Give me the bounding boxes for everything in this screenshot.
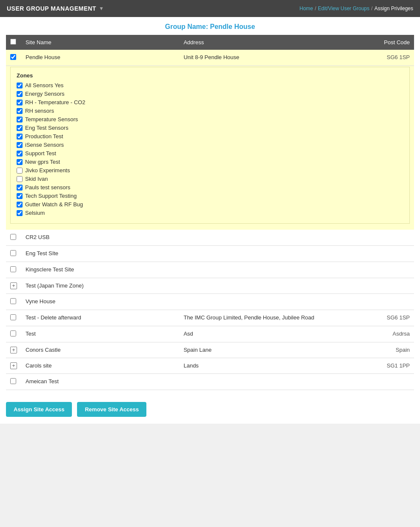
site-check-cell: + bbox=[6, 342, 21, 358]
table-row: TestAsdAsdrsa bbox=[6, 326, 414, 342]
zone-checkbox[interactable] bbox=[17, 125, 23, 131]
zone-checkbox[interactable] bbox=[17, 91, 23, 97]
breadcrumb-sep2: / bbox=[371, 6, 372, 11]
zone-checkbox[interactable] bbox=[17, 185, 23, 191]
zone-item: Temperature Sensors bbox=[17, 116, 403, 122]
site-postcode-cell bbox=[363, 374, 414, 390]
zone-label: Eng Test Sensors bbox=[25, 125, 69, 131]
site-address-cell bbox=[179, 246, 363, 262]
zone-checkbox[interactable] bbox=[17, 83, 23, 88]
zone-item: iSense Sensors bbox=[17, 142, 403, 148]
site-checkbox[interactable] bbox=[10, 314, 16, 320]
site-postcode-cell bbox=[363, 262, 414, 278]
zone-checkbox[interactable] bbox=[17, 108, 23, 114]
zone-checkbox[interactable] bbox=[17, 100, 23, 105]
zone-checkbox[interactable] bbox=[17, 193, 23, 199]
sites-tbody: Pendle HouseUnit 8-9 Pendle HouseSG6 1SP… bbox=[6, 50, 414, 390]
site-name-cell: Vyne House bbox=[21, 294, 179, 310]
site-postcode-cell: Spain bbox=[363, 342, 414, 358]
table-row: +Test (Japan Time Zone) bbox=[6, 278, 414, 294]
site-check-cell bbox=[6, 50, 21, 66]
sites-table-wrapper: Site Name Address Post Code Pendle House… bbox=[0, 35, 420, 396]
zone-label: Selsium bbox=[25, 210, 45, 216]
zone-checkbox[interactable] bbox=[17, 202, 23, 208]
site-name-text: CR2 USB bbox=[26, 234, 49, 240]
zone-item: Support Test bbox=[17, 150, 403, 157]
top-bar: USER GROUP MANAGEMENT ▼ Home / Edit/View… bbox=[0, 0, 420, 17]
expand-plus-icon[interactable]: + bbox=[10, 282, 17, 289]
site-checkbox[interactable] bbox=[10, 266, 16, 272]
table-row: Pendle HouseUnit 8-9 Pendle HouseSG6 1SP bbox=[6, 50, 414, 66]
zone-item: Pauls test sensors bbox=[17, 184, 403, 191]
zone-checkbox[interactable] bbox=[17, 134, 23, 140]
zone-label: All Sensors Yes bbox=[25, 82, 63, 88]
site-address-cell: Asd bbox=[179, 326, 363, 342]
zones-title: Zones bbox=[17, 72, 403, 79]
zone-label: Jivko Experiments bbox=[25, 167, 70, 174]
header-check bbox=[6, 35, 21, 50]
site-name-cell: Ameican Test bbox=[21, 374, 179, 390]
zones-row: ZonesAll Sensors YesEnergy SensorsRH - T… bbox=[6, 66, 414, 230]
expand-plus-icon[interactable]: + bbox=[10, 347, 17, 353]
site-check-cell bbox=[6, 374, 21, 390]
site-checkbox[interactable] bbox=[10, 250, 16, 256]
breadcrumb-home[interactable]: Home bbox=[300, 6, 313, 11]
site-name-cell: CR2 USB bbox=[21, 230, 179, 246]
site-postcode-cell bbox=[363, 294, 414, 310]
site-postcode-cell: SG6 1SP bbox=[363, 310, 414, 326]
site-name-text: Pendle House bbox=[26, 54, 60, 60]
header-address: Address bbox=[179, 35, 363, 50]
site-postcode-cell: SG1 1PP bbox=[363, 358, 414, 374]
zone-checkbox[interactable] bbox=[17, 151, 23, 157]
zone-checkbox[interactable] bbox=[17, 168, 23, 174]
zone-checkbox[interactable] bbox=[17, 142, 23, 148]
assign-site-access-button[interactable]: Assign Site Access bbox=[6, 402, 72, 417]
zone-item: Eng Test Sensors bbox=[17, 125, 403, 131]
site-name-cell: Test - Delete afterward bbox=[21, 310, 179, 326]
site-check-cell bbox=[6, 230, 21, 246]
breadcrumb-current: Assign Privileges bbox=[374, 6, 413, 11]
site-check-cell bbox=[6, 310, 21, 326]
zone-checkbox[interactable] bbox=[17, 210, 23, 216]
site-checkbox[interactable] bbox=[10, 54, 16, 60]
select-all-checkbox[interactable] bbox=[10, 39, 16, 45]
breadcrumb-edit-view[interactable]: Edit/View User Groups bbox=[318, 6, 369, 11]
site-name-text: Vyne House bbox=[26, 298, 55, 305]
zone-checkbox[interactable] bbox=[17, 176, 23, 182]
site-checkbox[interactable] bbox=[10, 298, 16, 304]
dropdown-arrow[interactable]: ▼ bbox=[99, 6, 104, 11]
table-row: CR2 USB bbox=[6, 230, 414, 246]
table-row: Vyne House bbox=[6, 294, 414, 310]
site-address-cell bbox=[179, 294, 363, 310]
zone-item: Selsium bbox=[17, 210, 403, 216]
site-name-text: Test bbox=[26, 330, 36, 337]
footer-buttons: Assign Site Access Remove Site Access bbox=[0, 396, 420, 424]
zone-item: Tech Support Testing bbox=[17, 193, 403, 199]
site-name-cell: Pendle House bbox=[21, 50, 179, 66]
site-name-text: Eng Test SIte bbox=[26, 250, 58, 256]
expand-plus-icon[interactable]: + bbox=[10, 362, 17, 369]
site-checkbox[interactable] bbox=[10, 330, 16, 336]
zones-cell: ZonesAll Sensors YesEnergy SensorsRH - T… bbox=[6, 66, 414, 230]
zone-label: New gprs Test bbox=[25, 159, 60, 165]
site-postcode-cell: Asdrsa bbox=[363, 326, 414, 342]
zone-item: Jivko Experiments bbox=[17, 167, 403, 174]
table-row: +Carols siteLandsSG1 1PP bbox=[6, 358, 414, 374]
zone-label: Support Test bbox=[25, 150, 56, 157]
zone-label: Energy Sensors bbox=[25, 91, 65, 97]
site-check-cell bbox=[6, 326, 21, 342]
site-checkbox[interactable] bbox=[10, 378, 16, 384]
zone-checkbox[interactable] bbox=[17, 117, 23, 122]
zone-checkbox[interactable] bbox=[17, 159, 23, 165]
site-address-cell bbox=[179, 374, 363, 390]
site-address-cell: The IMC Group Limited, Pendle House, Jub… bbox=[179, 310, 363, 326]
site-name-text: Conors Castle bbox=[26, 347, 60, 353]
zone-label: Tech Support Testing bbox=[25, 193, 77, 199]
site-postcode-cell bbox=[363, 246, 414, 262]
remove-site-access-button[interactable]: Remove Site Access bbox=[77, 402, 146, 417]
table-row: Kingsclere Test Site bbox=[6, 262, 414, 278]
zones-container: ZonesAll Sensors YesEnergy SensorsRH - T… bbox=[10, 67, 410, 224]
site-checkbox[interactable] bbox=[10, 234, 16, 240]
site-name-cell: Carols site bbox=[21, 358, 179, 374]
site-name-text: Carols site bbox=[26, 362, 51, 369]
